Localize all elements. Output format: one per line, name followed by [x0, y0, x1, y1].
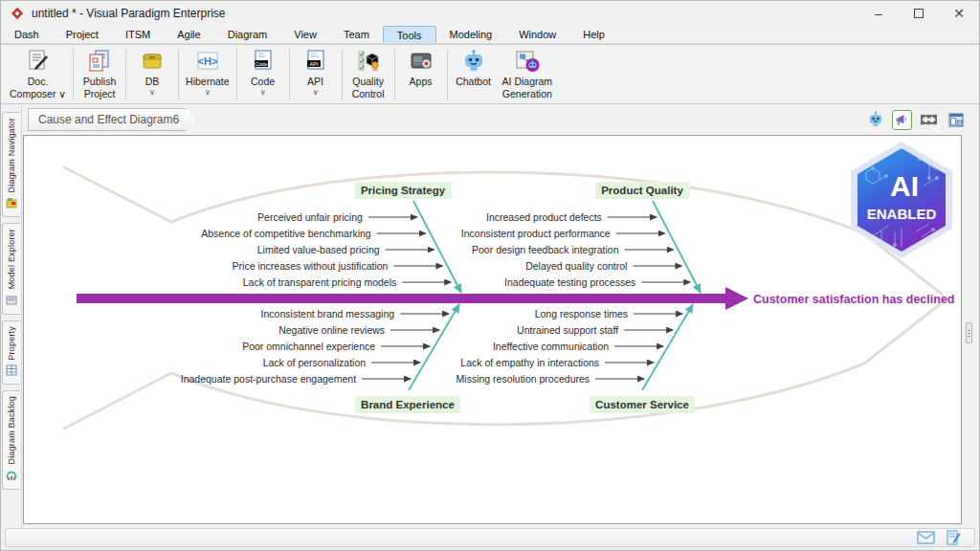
- maximize-icon: [914, 9, 924, 18]
- toolbar-separator: [342, 49, 343, 99]
- publish-project-button[interactable]: Publish Project: [76, 47, 123, 101]
- category-label[interactable]: Product Quality: [601, 185, 683, 196]
- sidebar-tab-property[interactable]: Property: [2, 320, 20, 386]
- dropdown-chevron-icon: ∨: [205, 88, 211, 98]
- status-bar: [5, 528, 975, 547]
- sidebar-tab-diagram-backlog[interactable]: Diagram Backlog: [2, 390, 20, 490]
- sidebar-tab-diagram-navigator[interactable]: Diagram Navigator: [2, 112, 20, 217]
- badge-enabled-text: ENABLED: [867, 206, 937, 222]
- cause-label[interactable]: Untrained support staff: [517, 324, 618, 336]
- cause-label[interactable]: Perceived unfair pricing: [257, 211, 363, 223]
- chatbot-button[interactable]: Chatbot: [450, 47, 498, 101]
- menu-view[interactable]: View: [280, 26, 330, 43]
- diagram-tab-bar: Cause and Effect Diagram6: [22, 104, 979, 135]
- close-button[interactable]: ✕: [939, 1, 979, 26]
- cause-label[interactable]: Missing resolution procedures: [457, 373, 590, 385]
- maximize-button[interactable]: [899, 1, 939, 26]
- chatbot-assistant-button[interactable]: [865, 110, 885, 130]
- menu-project[interactable]: Project: [53, 26, 112, 43]
- property-icon: [6, 363, 17, 380]
- quality-control-button[interactable]: Quality Control: [345, 47, 392, 101]
- visual-paradigm-logo-icon: [11, 7, 24, 20]
- title-bar: untitled * - Visual Paradigm Enterprise …: [1, 1, 979, 26]
- menu-itsm[interactable]: ITSM: [112, 26, 164, 43]
- diagram-canvas[interactable]: Customer satisfaction has declinedPercei…: [23, 135, 962, 524]
- cause-label[interactable]: Inadequate testing processes: [504, 276, 635, 288]
- toolbar-separator: [178, 49, 179, 99]
- dropdown-chevron-icon: ∨: [260, 88, 266, 98]
- spine: [77, 294, 725, 303]
- megaphone-icon: [895, 113, 909, 127]
- cause-label[interactable]: Ineffective communication: [493, 341, 609, 352]
- cause-label[interactable]: Poor omnichannel experience: [242, 341, 375, 352]
- button-label: DB: [145, 76, 160, 88]
- doc-composer-button[interactable]: Doc. Composer ∨: [5, 47, 71, 101]
- menu-help[interactable]: Help: [569, 26, 618, 43]
- cause-label[interactable]: Inadequate post-purchase engagement: [181, 373, 356, 385]
- category-label[interactable]: Customer Service: [595, 399, 689, 410]
- toolbar-separator: [236, 49, 237, 99]
- hibernate-button[interactable]: <H> Hibernate ∨: [181, 47, 234, 101]
- edit-note-icon[interactable]: [947, 530, 961, 545]
- menu-team[interactable]: Team: [330, 26, 383, 43]
- cause-label[interactable]: Lack of empathy in interactions: [460, 357, 599, 368]
- diagram-navigator-icon: [6, 195, 17, 212]
- chatbot-icon: [461, 48, 486, 75]
- toolbar-separator: [289, 49, 290, 99]
- cause-label[interactable]: Lack of transparent pricing models: [243, 276, 397, 288]
- button-label: Hibernate: [186, 76, 230, 88]
- panel-layout-button[interactable]: [946, 110, 966, 130]
- button-label: Project: [84, 88, 116, 100]
- ai-diagram-generation-icon: [513, 48, 542, 75]
- announcement-button[interactable]: [892, 110, 912, 130]
- cause-label[interactable]: Lack of personalization: [263, 357, 367, 368]
- cause-label[interactable]: Long response times: [535, 308, 628, 320]
- menu-modeling[interactable]: Modeling: [436, 26, 506, 43]
- publish-project-icon: [87, 48, 112, 75]
- cause-label[interactable]: Negative online reviews: [278, 324, 385, 336]
- category-bone: [642, 304, 693, 390]
- button-label: Publish: [83, 76, 116, 88]
- sidebar-tab-model-explorer[interactable]: Model Explorer: [2, 223, 20, 314]
- db-button[interactable]: DB ∨: [128, 47, 176, 101]
- dropdown-chevron-icon: ∨: [313, 88, 319, 98]
- cause-label[interactable]: Limited value-based pricing: [257, 244, 380, 255]
- menu-window[interactable]: Window: [505, 26, 569, 43]
- menu-tools[interactable]: Tools: [383, 26, 436, 43]
- category-label[interactable]: Brand Experience: [361, 399, 455, 410]
- sidebar-tab-label: Model Explorer: [7, 229, 16, 289]
- button-label: Control: [352, 88, 385, 100]
- menu-diagram[interactable]: Diagram: [214, 26, 281, 43]
- menu-agile[interactable]: Agile: [164, 26, 213, 43]
- cause-label[interactable]: Inconsistent product performance: [461, 228, 611, 239]
- chatbot-icon: [867, 111, 884, 128]
- toolbar-separator: [447, 49, 448, 99]
- cause-label[interactable]: Absence of competitive benchmarking: [201, 228, 371, 239]
- fit-bounds-button[interactable]: [919, 110, 939, 130]
- cause-label[interactable]: Increased product defects: [486, 211, 602, 223]
- cause-label[interactable]: Price increases without justification: [233, 260, 389, 272]
- button-label: Doc.: [28, 76, 49, 88]
- mail-icon[interactable]: [917, 531, 935, 544]
- code-icon: Code: [251, 48, 276, 75]
- model-explorer-icon: [6, 293, 17, 310]
- diagram-tab[interactable]: Cause and Effect Diagram6: [28, 108, 197, 131]
- cause-label[interactable]: Inconsistent brand messaging: [261, 308, 395, 320]
- category-label[interactable]: Pricing Strategy: [361, 185, 446, 196]
- bounds-icon: [921, 113, 937, 126]
- cause-label[interactable]: Delayed quality control: [525, 260, 627, 272]
- apps-button[interactable]: Apps: [397, 47, 445, 101]
- cause-label[interactable]: Poor design feedback integration: [472, 244, 619, 255]
- effect-text: Customer satisfaction has declined: [753, 293, 954, 306]
- ai-diagram-generation-button[interactable]: AI Diagram Generation: [498, 47, 558, 101]
- apps-icon: [409, 48, 434, 75]
- panel-grip[interactable]: [966, 322, 972, 343]
- panel-icon: [948, 113, 964, 127]
- ai-enabled-badge: AI ENABLED: [845, 140, 958, 260]
- api-button[interactable]: API API ∨: [292, 47, 340, 101]
- code-button[interactable]: Code Code ∨: [239, 47, 287, 101]
- api-icon: API: [303, 48, 328, 75]
- tools-ribbon: Doc. Composer ∨ Publish Project: [1, 44, 979, 104]
- minimize-button[interactable]: –: [858, 1, 899, 26]
- menu-dash[interactable]: Dash: [1, 26, 53, 43]
